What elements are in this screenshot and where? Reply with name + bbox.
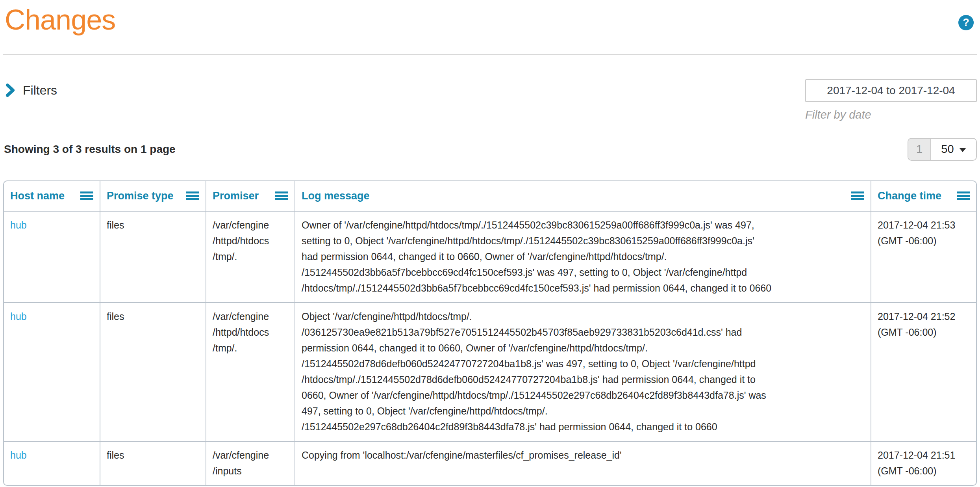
host-link[interactable]: hub <box>10 450 27 461</box>
promise-type-cell: files <box>100 211 206 303</box>
promise-type-cell: files <box>100 441 206 485</box>
col-header-promise-type[interactable]: Promise type <box>107 190 174 202</box>
col-header-log-message[interactable]: Log message <box>302 190 370 202</box>
pagination: 1 50 <box>908 138 977 161</box>
results-row: Showing 3 of 3 results on 1 page 1 50 <box>3 138 977 161</box>
col-header-host-name[interactable]: Host name <box>10 190 65 202</box>
date-filter-hint: Filter by date <box>805 108 977 121</box>
table-row: hub files /var/cfengine /inputs Copying … <box>4 441 976 485</box>
change-time-cell: 2017-12-04 21:52 (GMT -06:00) <box>871 303 976 441</box>
table-header-row: Host name Promise type Promiser Log mess… <box>4 181 976 211</box>
column-menu-icon[interactable] <box>851 191 864 200</box>
filters-row: Filters Filter by date <box>3 79 977 121</box>
host-link[interactable]: hub <box>10 311 27 322</box>
page-title: Changes <box>5 4 976 36</box>
promiser-cell: /var/cfengine /inputs <box>206 441 295 485</box>
column-menu-icon[interactable] <box>275 191 288 200</box>
change-time-cell: 2017-12-04 21:53 (GMT -06:00) <box>871 211 976 303</box>
column-menu-icon[interactable] <box>957 191 970 200</box>
log-message-cell: Object '/var/cfengine/httpd/htdocs/tmp/.… <box>295 303 871 441</box>
changes-page: Changes ? Filters Filter by date Showing… <box>0 0 980 486</box>
help-icon[interactable]: ? <box>958 15 974 30</box>
page-size-dropdown[interactable]: 50 <box>931 139 976 160</box>
column-menu-icon[interactable] <box>80 191 93 200</box>
filters-label: Filters <box>23 83 57 98</box>
promiser-cell: /var/cfengine /httpd/htdocs /tmp/. <box>206 211 295 303</box>
change-time-cell: 2017-12-04 21:51 (GMT -06:00) <box>871 441 976 485</box>
changes-table: Host name Promise type Promiser Log mess… <box>3 180 977 486</box>
log-message-cell: Owner of '/var/cfengine/httpd/htdocs/tmp… <box>295 211 871 303</box>
date-range-input[interactable] <box>805 79 977 102</box>
table-row: hub files /var/cfengine /httpd/htdocs /t… <box>4 211 976 303</box>
col-header-promiser[interactable]: Promiser <box>213 190 259 202</box>
column-menu-icon[interactable] <box>186 191 199 200</box>
host-link[interactable]: hub <box>10 219 27 230</box>
page-size-value: 50 <box>941 143 954 156</box>
date-filter: Filter by date <box>805 79 977 121</box>
table-row: hub files /var/cfengine /httpd/htdocs /t… <box>4 303 976 441</box>
page-number-button[interactable]: 1 <box>908 139 931 160</box>
promise-type-cell: files <box>100 303 206 441</box>
caret-down-icon <box>959 148 966 152</box>
chevron-right-icon <box>6 84 15 97</box>
col-header-change-time[interactable]: Change time <box>878 190 941 202</box>
divider <box>3 54 977 55</box>
page-header: Changes ? <box>3 3 977 36</box>
results-summary: Showing 3 of 3 results on 1 page <box>4 143 176 156</box>
log-message-cell: Copying from 'localhost:/var/cfengine/ma… <box>295 441 871 485</box>
filters-toggle[interactable]: Filters <box>6 83 57 98</box>
promiser-cell: /var/cfengine /httpd/htdocs /tmp/. <box>206 303 295 441</box>
